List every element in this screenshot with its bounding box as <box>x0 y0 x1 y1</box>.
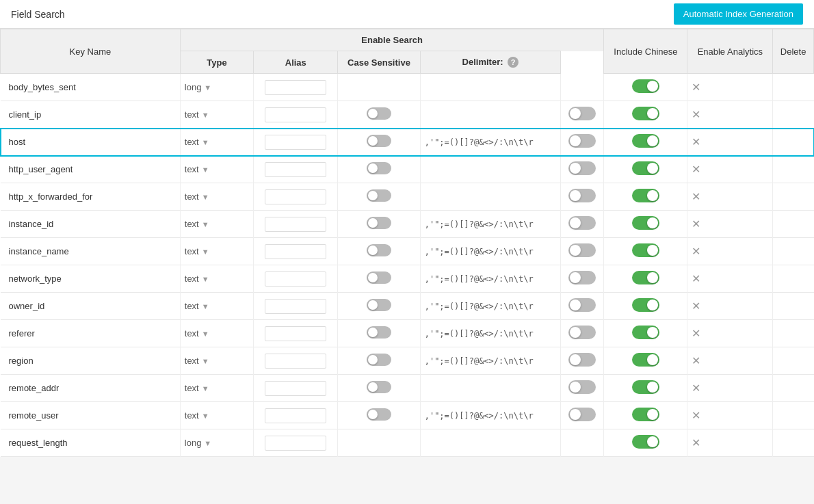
delete-button[interactable]: ✕ <box>692 108 700 121</box>
enable-analytics-toggle[interactable] <box>632 107 659 120</box>
delete-button[interactable]: ✕ <box>692 409 700 422</box>
case-sensitive-toggle[interactable] <box>367 271 391 284</box>
case-sensitive-toggle[interactable] <box>367 217 391 229</box>
table-body: body_bytes_sentlong▼✕client_iptext▼✕host… <box>1 74 814 457</box>
delete-button[interactable]: ✕ <box>692 135 700 148</box>
enable-analytics-toggle[interactable] <box>632 189 659 202</box>
type-dropdown-icon[interactable]: ▼ <box>202 302 209 310</box>
alias-input[interactable] <box>265 189 326 204</box>
alias-input[interactable] <box>265 107 326 122</box>
delete-button[interactable]: ✕ <box>692 354 700 367</box>
delete-button[interactable]: ✕ <box>692 217 700 230</box>
alias-input[interactable] <box>265 408 326 423</box>
delimiter-value: ,'";=()[]?@&<>/:\n\t\r <box>425 356 534 366</box>
type-dropdown-icon[interactable]: ▼ <box>202 138 209 146</box>
type-dropdown-icon[interactable]: ▼ <box>202 248 209 256</box>
key-name-cell: remote_user <box>1 402 181 429</box>
alias-input[interactable] <box>265 162 326 177</box>
type-dropdown-icon[interactable]: ▼ <box>204 439 211 447</box>
key-name-cell: host <box>1 129 181 156</box>
alias-cell <box>254 129 338 156</box>
delete-button[interactable]: ✕ <box>692 272 700 285</box>
include-chinese-toggle[interactable] <box>568 408 596 421</box>
alias-input[interactable] <box>265 135 326 150</box>
type-dropdown-icon[interactable]: ▼ <box>202 220 209 228</box>
include-chinese-toggle[interactable] <box>568 298 596 312</box>
enable-analytics-toggle[interactable] <box>632 380 659 394</box>
alias-cell <box>254 74 338 101</box>
delimiter-cell <box>420 156 560 183</box>
type-cell: text▼ <box>180 293 254 320</box>
enable-analytics-toggle[interactable] <box>632 243 659 257</box>
case-sensitive-toggle[interactable] <box>367 326 391 339</box>
alias-input[interactable] <box>265 217 326 232</box>
delete-button[interactable]: ✕ <box>692 163 700 176</box>
delete-button[interactable]: ✕ <box>692 436 700 449</box>
alias-input[interactable] <box>265 436 326 451</box>
case-sensitive-toggle[interactable] <box>367 299 391 311</box>
delete-button[interactable]: ✕ <box>692 245 700 258</box>
case-sensitive-toggle[interactable] <box>367 135 391 147</box>
enable-analytics-toggle[interactable] <box>632 298 659 312</box>
delete-button[interactable]: ✕ <box>692 382 700 395</box>
alias-input[interactable] <box>265 381 326 396</box>
enable-analytics-toggle[interactable] <box>632 271 659 284</box>
include-chinese-toggle[interactable] <box>568 189 596 202</box>
type-dropdown-icon[interactable]: ▼ <box>204 83 211 92</box>
case-sensitive-toggle[interactable] <box>367 244 391 256</box>
enable-analytics-toggle[interactable] <box>632 353 659 367</box>
type-dropdown-icon[interactable]: ▼ <box>202 165 209 174</box>
enable-analytics-toggle[interactable] <box>632 161 659 175</box>
include-chinese-toggle[interactable] <box>568 243 596 257</box>
include-chinese-toggle[interactable] <box>568 271 596 284</box>
delete-cell: ✕ <box>687 156 773 183</box>
type-dropdown-icon[interactable]: ▼ <box>202 384 209 393</box>
enable-analytics-toggle[interactable] <box>632 79 659 93</box>
include-chinese-cell <box>561 129 604 156</box>
case-sensitive-toggle[interactable] <box>367 189 391 202</box>
alias-input[interactable] <box>265 299 326 314</box>
delete-button[interactable]: ✕ <box>692 300 700 313</box>
type-dropdown-icon[interactable]: ▼ <box>202 193 209 201</box>
delete-button[interactable]: ✕ <box>692 327 700 340</box>
type-dropdown-icon[interactable]: ▼ <box>202 357 209 365</box>
delimiter-help-icon[interactable]: ? <box>508 57 518 68</box>
enable-analytics-toggle[interactable] <box>632 134 659 148</box>
include-chinese-toggle[interactable] <box>568 216 596 230</box>
alias-input[interactable] <box>265 271 326 287</box>
include-chinese-toggle[interactable] <box>568 353 596 367</box>
alias-cell <box>254 320 338 347</box>
include-chinese-toggle[interactable] <box>568 161 596 175</box>
include-chinese-toggle[interactable] <box>568 134 596 148</box>
include-chinese-toggle[interactable] <box>568 107 596 120</box>
auto-index-btn[interactable]: Automatic Index Generation <box>674 3 803 25</box>
enable-analytics-toggle[interactable] <box>632 326 659 339</box>
enable-analytics-toggle[interactable] <box>632 216 659 230</box>
type-dropdown-icon[interactable]: ▼ <box>202 275 209 283</box>
type-dropdown-icon[interactable]: ▼ <box>202 330 209 338</box>
alias-input[interactable] <box>265 354 326 369</box>
case-sensitive-toggle[interactable] <box>367 354 391 366</box>
alias-cell <box>254 183 338 211</box>
case-sensitive-cell <box>338 74 420 101</box>
case-sensitive-toggle[interactable] <box>367 107 391 120</box>
type-dropdown-icon[interactable]: ▼ <box>202 111 209 119</box>
case-sensitive-toggle[interactable] <box>367 162 391 174</box>
type-dropdown-icon[interactable]: ▼ <box>202 412 209 420</box>
type-value: long <box>185 82 202 92</box>
alias-input[interactable] <box>265 326 326 341</box>
delete-button[interactable]: ✕ <box>692 81 700 94</box>
case-sensitive-toggle[interactable] <box>367 408 391 421</box>
case-sensitive-toggle[interactable] <box>367 381 391 393</box>
enable-analytics-toggle[interactable] <box>632 408 659 421</box>
delimiter-cell <box>420 183 560 211</box>
alias-input[interactable] <box>265 244 326 259</box>
include-chinese-cell <box>561 101 604 129</box>
alias-input[interactable] <box>265 80 326 95</box>
enable-analytics-toggle[interactable] <box>632 435 659 449</box>
key-name-cell: owner_id <box>1 293 181 320</box>
include-chinese-toggle[interactable] <box>568 380 596 394</box>
type-cell: long▼ <box>180 74 254 101</box>
include-chinese-toggle[interactable] <box>568 326 596 339</box>
delete-button[interactable]: ✕ <box>692 190 700 203</box>
